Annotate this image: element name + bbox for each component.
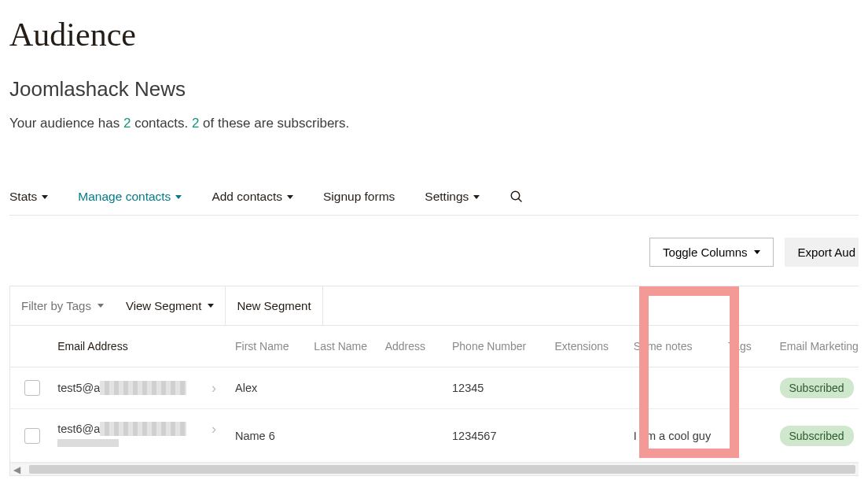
- nav-settings[interactable]: Settings: [425, 190, 480, 204]
- cell-first-name: Name 6: [227, 409, 306, 463]
- toggle-columns-label: Toggle Columns: [663, 246, 748, 259]
- chevron-down-icon: [208, 304, 214, 308]
- view-segment-label: View Segment: [126, 299, 201, 312]
- cell-notes: I am a cool guy: [626, 409, 720, 463]
- scroll-left-icon: ◀: [13, 463, 20, 477]
- nav-manage-contacts[interactable]: Manage contacts: [78, 190, 182, 204]
- audience-summary: Your audience has 2 contacts. 2 of these…: [9, 116, 859, 131]
- cell-phone: 1234567: [444, 409, 546, 463]
- cell-extensions: [546, 367, 625, 409]
- view-segment[interactable]: View Segment: [115, 286, 225, 325]
- nav-search[interactable]: [509, 190, 524, 204]
- cell-last-name: [306, 367, 377, 409]
- col-address[interactable]: Address: [377, 326, 444, 367]
- table-row[interactable]: test5@a › Alex 12345 Subscribed: [10, 367, 859, 409]
- table-actions: Toggle Columns Export Aud: [9, 216, 859, 286]
- redacted-text: [100, 422, 186, 436]
- svg-line-1: [519, 198, 522, 201]
- cell-extensions: [546, 409, 625, 463]
- summary-suffix: of these are subscribers.: [199, 116, 349, 131]
- filter-row: Filter by Tags View Segment New Segment: [10, 286, 859, 326]
- redacted-text: [100, 381, 186, 395]
- col-email-marketing[interactable]: Email Marketing: [772, 326, 859, 367]
- col-phone[interactable]: Phone Number: [444, 326, 546, 367]
- search-icon: [509, 190, 524, 204]
- nav-manage-label: Manage contacts: [78, 190, 171, 204]
- cell-last-name: [306, 409, 377, 463]
- chevron-down-icon: [473, 195, 480, 199]
- summary-mid: contacts.: [131, 116, 191, 131]
- nav-stats[interactable]: Stats: [9, 190, 48, 204]
- new-segment-button[interactable]: New Segment: [225, 286, 322, 325]
- status-badge: Subscribed: [780, 426, 854, 446]
- cell-tags: [720, 409, 771, 463]
- nav-signup-label: Signup forms: [323, 190, 395, 204]
- email-prefix: test6@a: [57, 423, 100, 435]
- export-label: Export Aud: [798, 246, 855, 259]
- table-row[interactable]: test6@a › Name 6 1234567 I am a cool guy…: [10, 409, 859, 463]
- chevron-down-icon: [287, 195, 293, 199]
- row-checkbox[interactable]: [24, 428, 40, 444]
- toggle-columns-button[interactable]: Toggle Columns: [649, 238, 774, 267]
- nav-add-contacts[interactable]: Add contacts: [211, 190, 293, 204]
- contacts-table-wrap: Filter by Tags View Segment New Segment …: [9, 286, 859, 476]
- col-notes[interactable]: Some notes: [626, 326, 720, 367]
- nav-bar: Stats Manage contacts Add contacts Signu…: [9, 186, 859, 216]
- chevron-down-icon: [754, 250, 760, 254]
- chevron-down-icon: [97, 304, 104, 308]
- page-title: Audience: [9, 16, 859, 54]
- header-row: Email Address First Name Last Name Addre…: [10, 326, 859, 367]
- cell-address: [377, 409, 444, 463]
- cell-address: [377, 367, 444, 409]
- col-last-name[interactable]: Last Name: [306, 326, 377, 367]
- row-checkbox[interactable]: [24, 380, 40, 396]
- chevron-right-icon: ›: [211, 421, 216, 438]
- cell-tags: [720, 367, 771, 409]
- cell-first-name: Alex: [227, 367, 306, 409]
- nav-signup-forms[interactable]: Signup forms: [323, 190, 395, 204]
- nav-add-label: Add contacts: [211, 190, 282, 204]
- new-segment-label: New Segment: [237, 299, 311, 312]
- nav-settings-label: Settings: [425, 190, 469, 204]
- chevron-right-icon: ›: [211, 380, 216, 397]
- col-tags[interactable]: Tags: [720, 326, 771, 367]
- col-first-name[interactable]: First Name: [227, 326, 306, 367]
- chevron-down-icon: [42, 195, 48, 199]
- col-select: [10, 326, 50, 367]
- audience-name: Joomlashack News: [9, 77, 859, 102]
- filter-tags-label: Filter by Tags: [21, 299, 91, 312]
- scrollbar-thumb[interactable]: [29, 465, 855, 474]
- col-email[interactable]: Email Address: [50, 326, 227, 367]
- cell-notes: [626, 367, 720, 409]
- status-badge: Subscribed: [780, 378, 854, 398]
- redacted-text: [57, 439, 119, 447]
- email-prefix: test5@a: [57, 382, 100, 394]
- export-audience-button[interactable]: Export Aud: [785, 238, 859, 267]
- col-extensions[interactable]: Extensions: [546, 326, 625, 367]
- contacts-count: 2: [123, 116, 131, 131]
- chevron-down-icon: [175, 195, 182, 199]
- subs-count: 2: [192, 116, 199, 131]
- horizontal-scrollbar[interactable]: ◀: [10, 463, 859, 475]
- contacts-table: Email Address First Name Last Name Addre…: [10, 326, 859, 463]
- filter-by-tags[interactable]: Filter by Tags: [10, 286, 115, 325]
- nav-stats-label: Stats: [9, 190, 37, 204]
- cell-phone: 12345: [444, 367, 546, 409]
- summary-prefix: Your audience has: [9, 116, 123, 131]
